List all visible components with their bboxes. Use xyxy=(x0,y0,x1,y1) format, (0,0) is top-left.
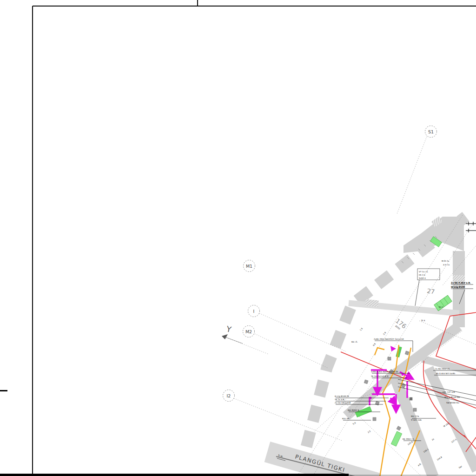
y-marker-arrowhead xyxy=(222,334,228,339)
callout-m1: M1 xyxy=(244,260,255,272)
annotation-text: St 4 xyxy=(421,319,425,322)
annotation-text: W-Ltg Ø150 GG xyxy=(444,396,460,398)
annotation-text: KVz 59 xyxy=(342,417,349,420)
annotation-text: 2x CA 10x2x0.8 xyxy=(335,402,350,404)
annotation-text: Kb 0.4kV NYY 4x95 xyxy=(436,372,455,375)
green-patch-5 xyxy=(391,431,402,446)
leader-dotted-s1 xyxy=(397,137,427,214)
callout-label: I xyxy=(253,309,255,314)
annotation-text: 5.0 xyxy=(352,422,357,425)
annotation-text: 127.3 xyxy=(451,438,457,443)
annotation-text: Gar xyxy=(458,465,463,469)
callout-label: M2 xyxy=(245,329,252,334)
road-junction-wing xyxy=(403,233,421,253)
annotation-text: 1xKb 0.4kV NAYY 4x150 SE xyxy=(371,370,398,373)
annotation-text: W-Ltg Ø100 xyxy=(451,286,465,288)
leader-1 xyxy=(375,341,413,352)
callout-label: S1 xyxy=(428,129,434,134)
callout-box-stem xyxy=(415,280,419,306)
callout-s1: S1 xyxy=(425,126,437,138)
crosswalk-hatch-2 xyxy=(365,299,378,307)
manhole-6 xyxy=(373,417,376,421)
annotation-text: 124.8 xyxy=(436,456,443,461)
manhole-8 xyxy=(388,357,391,360)
magenta-arrowhead xyxy=(390,346,396,351)
callout-m2: M2 xyxy=(243,326,255,337)
manhole-10 xyxy=(410,397,412,400)
y-marker-group: Y xyxy=(222,324,243,344)
annotation-text: 0.6 xyxy=(372,343,376,347)
annotation-text: W 150 xyxy=(443,422,450,428)
manhole-1 xyxy=(364,380,368,384)
annotation-text: RW Ø300 B xyxy=(348,409,359,411)
parcel-number-27: 27 xyxy=(427,287,435,295)
site-plan-canvas: 2xKb 20kV NA2XS2Y 3x1x150 1xKb 0.4kV NAY… xyxy=(0,0,476,476)
annotation-text: Kb i.S. xyxy=(351,341,358,343)
callout-label: I2 xyxy=(227,393,231,398)
annotation-text: LWL 12F a.B. xyxy=(443,391,456,393)
manhole-9 xyxy=(397,426,401,431)
annotation-text: a.V. 1x xyxy=(443,264,450,266)
annotation-text: 2.0 xyxy=(383,331,386,336)
y-marker-tail xyxy=(225,337,243,344)
annotation-text: 2x Kb 20kV i.S. xyxy=(435,368,450,370)
annotation-text: 3.5 xyxy=(367,430,371,434)
mini-table-top-right xyxy=(466,222,476,232)
magenta-node-3 xyxy=(402,374,404,376)
annotation-text: M.St 2x xyxy=(442,260,450,262)
fold-mark xyxy=(0,390,7,391)
manhole-7 xyxy=(405,351,409,355)
annotation-text: 1.5 xyxy=(359,327,363,331)
annotation-text: Ra 1 xyxy=(439,306,443,308)
annotation-text: TK 2x10x2x0.8 St xyxy=(370,375,389,377)
drawing-sheet: 2xKb 20kV NA2XS2Y 3x1x150 1xKb 0.4kV NAY… xyxy=(0,0,476,476)
magenta-node-2 xyxy=(392,398,394,401)
orange-line-hook xyxy=(375,348,384,355)
annotation-text: G-Ltg Ø100 PE xyxy=(335,395,350,397)
bottom-edge-bar xyxy=(0,474,349,476)
annotation-text: VT 1x i.S. xyxy=(419,271,428,273)
annotation-text: Kb 20kV i.S. xyxy=(403,438,415,440)
parcel-number-176: 176 xyxy=(394,317,408,330)
orange-line-3 xyxy=(401,430,420,476)
annotation-text: 2xKb 20kV NA2XS2Y 3x1x150 xyxy=(374,338,404,340)
annotation-text: TK 2x a.B. xyxy=(334,398,345,401)
annotation-text: Mst 27a xyxy=(411,415,419,417)
annotation-text: Tr 631 kVA xyxy=(410,419,422,421)
green-patch-2 xyxy=(434,295,452,311)
leader-dotted-i2 xyxy=(234,398,342,441)
annotation-text: a.B. xyxy=(417,463,422,467)
road-network xyxy=(267,217,476,476)
y-marker-label: Y xyxy=(225,324,232,334)
annotation-text: EK 2.5 xyxy=(419,274,425,276)
annotation-text: SchV 4 xyxy=(419,277,426,279)
annotation-text: SW Ø200 Stz xyxy=(446,402,460,404)
callout-i: I xyxy=(248,305,260,317)
annotation-text: 2x xyxy=(431,438,435,441)
annotation-text: 2x Kb 0.4kV a.B. xyxy=(451,282,471,284)
callout-label: M1 xyxy=(246,264,252,269)
road-diagonal-4 xyxy=(429,368,476,470)
annotation-text: 125.6 xyxy=(407,441,413,446)
callout-i2: I2 xyxy=(223,390,235,402)
manhole-2 xyxy=(375,401,379,405)
manhole-5 xyxy=(413,408,416,411)
